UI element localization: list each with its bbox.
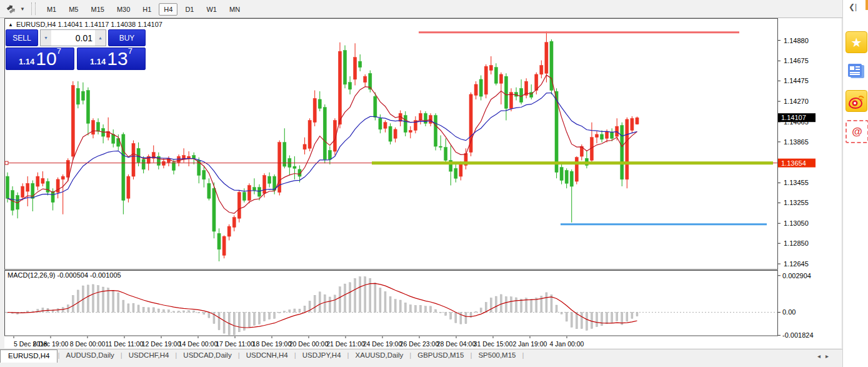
buy-price-main: 13 bbox=[107, 49, 127, 68]
price-tick-label: 1.14675 bbox=[784, 57, 809, 64]
star-glyph: ★ bbox=[851, 36, 862, 49]
tab-USDCHF-H4[interactable]: USDCHF,H4 bbox=[122, 349, 176, 361]
chart-arrows-icon[interactable] bbox=[5, 4, 17, 14]
macd-label: MACD(12,26,9) -0.000504 -0.001005 bbox=[7, 271, 121, 279]
macd-bar bbox=[218, 312, 220, 329]
volume-decrease-button[interactable]: ▼ bbox=[41, 30, 51, 46]
chart-tabs-bar: ◂▸ EURUSD,H4|AUDUSD,Daily|USDCHF,H4|USDC… bbox=[0, 349, 842, 363]
candle-body bbox=[479, 79, 482, 96]
macd-bar bbox=[334, 295, 336, 313]
macd-bar bbox=[223, 312, 225, 333]
candle-body bbox=[263, 175, 266, 193]
tab-USDCNH-H4[interactable]: USDCNH,H4 bbox=[240, 349, 294, 361]
tab-EURUSD-H4[interactable]: EURUSD,H4 bbox=[0, 349, 57, 363]
timeframe-M5[interactable]: M5 bbox=[64, 3, 83, 16]
tab-scroll-left-icon[interactable]: ◂ bbox=[817, 353, 826, 359]
tab-scroll-arrows[interactable]: ◂▸ bbox=[817, 353, 834, 359]
toolbar: ▼ M1M5M15M30H1H4D1W1MN bbox=[0, 0, 842, 18]
favorites-star-icon[interactable]: ★ bbox=[846, 31, 867, 53]
collapse-triangle-icon[interactable]: ▲ bbox=[8, 22, 13, 28]
timeframe-M30[interactable]: M30 bbox=[112, 3, 135, 16]
tab-USDJPY-H4[interactable]: USDJPY,H4 bbox=[296, 349, 347, 361]
tab-SP500-M15[interactable]: SP500,M15 bbox=[472, 349, 522, 361]
candle-body bbox=[404, 116, 407, 133]
macd-bar bbox=[127, 304, 129, 313]
tab-scroll-right-icon[interactable]: ▸ bbox=[826, 353, 834, 359]
macd-bar bbox=[450, 312, 452, 319]
candle-body bbox=[21, 186, 24, 198]
current-price-label: 1.14107 bbox=[781, 114, 806, 121]
macd-bar bbox=[616, 312, 618, 321]
macd-bar bbox=[379, 288, 381, 313]
tab-AUDUSD-Daily[interactable]: AUDUSD,Daily bbox=[59, 349, 120, 361]
email-at-icon[interactable]: @ bbox=[846, 120, 868, 143]
timeframe-MN[interactable]: MN bbox=[224, 3, 245, 16]
macd-bar bbox=[203, 312, 205, 314]
macd-bar bbox=[107, 288, 109, 313]
macd-bar bbox=[571, 312, 572, 327]
trade-panel-row2: 1.14 10 7 1.14 13 7 bbox=[6, 48, 146, 70]
collapse-panel-icon[interactable]: ❮| bbox=[849, 3, 857, 11]
timeframe-W1[interactable]: W1 bbox=[201, 3, 222, 16]
time-tick-label: 8 Dec 00:00 bbox=[70, 340, 106, 348]
price-tick-label: 1.13050 bbox=[784, 219, 809, 227]
macd-bar bbox=[284, 311, 286, 313]
buy-button[interactable]: BUY bbox=[108, 29, 146, 46]
macd-bar bbox=[344, 284, 346, 312]
macd-bar bbox=[480, 308, 482, 313]
macd-bar bbox=[319, 292, 321, 313]
candle-body bbox=[237, 193, 241, 219]
macd-bar bbox=[374, 283, 376, 313]
macd-bar bbox=[289, 310, 291, 313]
sell-price-display[interactable]: 1.14 10 7 bbox=[6, 48, 74, 70]
hline-handle[interactable] bbox=[5, 161, 8, 164]
timeframe-D1[interactable]: D1 bbox=[180, 3, 199, 16]
sell-button[interactable]: SELL bbox=[6, 29, 38, 46]
tab-USDCAD-Daily[interactable]: USDCAD,Daily bbox=[177, 349, 237, 361]
macd-bar bbox=[188, 311, 190, 313]
macd-bar bbox=[556, 305, 557, 312]
dropdown-caret-icon[interactable]: ▼ bbox=[20, 6, 25, 12]
macd-bar bbox=[329, 297, 331, 313]
macd-bar bbox=[546, 293, 547, 313]
candle-body bbox=[364, 76, 367, 83]
chart-header: ▲ EURUSD,H4 1.14041 1.14117 1.14038 1.14… bbox=[8, 21, 162, 28]
macd-bar bbox=[167, 310, 169, 313]
macd-bar bbox=[394, 299, 396, 313]
news-icon[interactable] bbox=[846, 61, 866, 81]
macd-bar bbox=[178, 311, 180, 312]
candle-body bbox=[565, 170, 568, 183]
tab-GBPUSD-M15[interactable]: GBPUSD,M15 bbox=[411, 349, 470, 361]
candle-body bbox=[247, 185, 251, 200]
timeframe-H1[interactable]: H1 bbox=[137, 3, 156, 16]
timeframe-M15[interactable]: M15 bbox=[86, 3, 109, 16]
macd-bar bbox=[495, 296, 497, 312]
sidebar: ❮| ★ @ bbox=[842, 0, 868, 367]
time-tick-label: 20 Dec 00:00 bbox=[289, 340, 329, 348]
candle-body bbox=[494, 68, 497, 84]
candle-body bbox=[293, 166, 296, 168]
macd-bar bbox=[122, 300, 124, 312]
macd-bar bbox=[314, 295, 316, 312]
weibo-icon[interactable] bbox=[846, 90, 867, 112]
candle-body bbox=[61, 176, 64, 179]
volume-spinner: ▼ 0.01 ▲ bbox=[40, 29, 106, 46]
app-window: ▼ M1M5M15M30H1H4D1W1MN MACD(12,26,9) -0.… bbox=[0, 0, 868, 367]
candle-body bbox=[379, 118, 382, 129]
candle-body bbox=[41, 178, 44, 183]
candle-body bbox=[560, 168, 563, 181]
timeframe-H4[interactable]: H4 bbox=[159, 3, 177, 16]
time-tick-label: 2 Jan 19:00 bbox=[513, 340, 547, 348]
timeframe-M1[interactable]: M1 bbox=[42, 3, 61, 16]
macd-bar bbox=[208, 312, 210, 318]
macd-bar bbox=[500, 294, 502, 313]
macd-bar bbox=[435, 309, 437, 312]
macd-bar bbox=[87, 285, 89, 313]
price-tick-label: 1.13455 bbox=[784, 179, 809, 186]
macd-bar bbox=[581, 312, 582, 328]
buy-price-display[interactable]: 1.14 13 7 bbox=[77, 48, 146, 70]
volume-increase-button[interactable]: ▲ bbox=[95, 30, 106, 46]
tab-XAUUSD-Daily[interactable]: XAUUSD,Daily bbox=[349, 349, 410, 361]
candle-body bbox=[91, 120, 94, 134]
price-tick-label: 1.12645 bbox=[784, 260, 809, 268]
